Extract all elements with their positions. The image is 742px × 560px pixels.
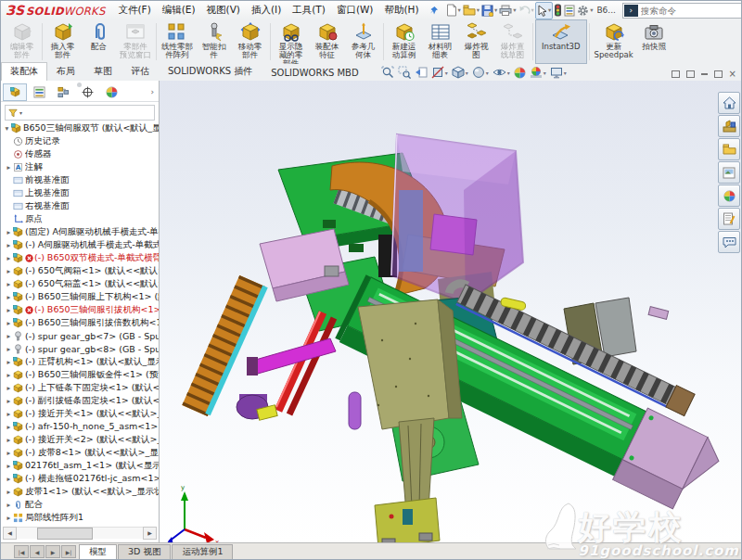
display-style-icon[interactable]: ▾ bbox=[472, 66, 489, 79]
bottom-tab-3d-views[interactable]: 3D 视图 bbox=[118, 544, 171, 559]
options-gear-icon[interactable]: ▾ bbox=[576, 3, 594, 19]
ribbon-linear-component-pattern-button[interactable]: 线性零部件阵列▾ bbox=[159, 19, 196, 64]
tree-item[interactable]: ▸(-) spur gear_gb<8> (GB - Spur gear bbox=[1, 342, 159, 355]
tab-scroll-button-0[interactable]: |◀ bbox=[14, 545, 29, 558]
ribbon-reference-geometry-button[interactable]: 参考几何体▾ bbox=[345, 19, 381, 64]
previous-view-icon[interactable] bbox=[415, 66, 428, 79]
options-gear-caret[interactable]: ▾ bbox=[590, 6, 593, 14]
doc-tile-icon[interactable] bbox=[686, 70, 695, 78]
file-properties-icon[interactable] bbox=[563, 3, 576, 19]
tree-item[interactable]: ▸(-) 横走拖链02176tl-jc_asm<1> (默认< bbox=[1, 472, 159, 485]
tree-expander-icon[interactable]: ▸ bbox=[5, 332, 13, 340]
select-icon[interactable]: ▾ bbox=[535, 2, 553, 19]
tree-item[interactable]: ▸配合 bbox=[1, 498, 159, 511]
menu-item-edit[interactable]: 编辑(E) bbox=[157, 3, 201, 18]
ribbon-update-speedpak-button[interactable]: 更新Speedpak bbox=[592, 19, 636, 64]
taskpane-tab-solidworks-forum[interactable] bbox=[718, 231, 740, 253]
tree-item[interactable]: ▸(-) B650双节横走式-单截式横臂机构 bbox=[1, 251, 159, 264]
tree-expander-icon[interactable]: ▸ bbox=[5, 293, 13, 301]
tab-scroll-button-3[interactable]: ▶| bbox=[61, 545, 76, 558]
menu-item-file[interactable]: 文件(F) bbox=[113, 3, 157, 18]
tree-expander-icon[interactable]: ▸ bbox=[5, 462, 13, 470]
hide-show-items-caret[interactable]: ▾ bbox=[507, 70, 510, 76]
view-settings-caret[interactable]: ▾ bbox=[564, 70, 567, 76]
tree-expander-icon[interactable]: ▸ bbox=[5, 371, 13, 379]
ribbon-insert-components-button[interactable]: 插入零部件▾ bbox=[45, 19, 81, 64]
new-document-icon[interactable]: ▾ bbox=[445, 3, 462, 19]
tab-scroll-button-1[interactable]: ◀ bbox=[30, 545, 45, 558]
tree-expander-icon[interactable]: ▸ bbox=[5, 254, 13, 262]
ribbon-instant3d-button[interactable]: Instant3D bbox=[535, 19, 587, 64]
panel-tab-configuration-manager[interactable] bbox=[51, 83, 75, 101]
tree-expander-icon[interactable]: ▸ bbox=[5, 501, 13, 509]
tree-item[interactable]: ▸(-) 接近开关<1> (默认<<默认>_显示状态 bbox=[1, 407, 159, 420]
tree-item[interactable]: 历史记录 bbox=[1, 134, 159, 147]
search-input[interactable] bbox=[639, 5, 741, 17]
tree-item[interactable]: 前视基准面 bbox=[1, 173, 159, 186]
tree-item[interactable]: ▸(固定) A伺服驱动机械手横走式-单截式65 bbox=[1, 225, 159, 238]
doc-close-button[interactable]: × bbox=[729, 70, 736, 78]
apply-scene-caret[interactable]: ▾ bbox=[544, 70, 546, 76]
tab-scroll-button-2[interactable]: ▶ bbox=[45, 545, 60, 558]
tree-filter-field[interactable]: ▾ bbox=[5, 105, 155, 121]
tree-expander-icon[interactable]: ▸ bbox=[5, 241, 13, 249]
new-document-caret[interactable]: ▾ bbox=[458, 6, 461, 14]
panel-tab-display-manager[interactable] bbox=[99, 83, 123, 101]
tree-expander-icon[interactable]: ▸ bbox=[5, 436, 13, 444]
section-view-icon[interactable]: ▾ bbox=[431, 66, 448, 79]
bottom-tab-model[interactable]: 模型 bbox=[79, 544, 117, 559]
zoom-to-area-icon[interactable] bbox=[398, 66, 411, 79]
tree-expander-icon[interactable]: ▸ bbox=[5, 345, 13, 353]
tree-item[interactable]: ▸(-) 正臂机构<1> (默认<默认_显示状态-1 bbox=[1, 355, 159, 368]
tree-item[interactable]: ▸(-) 皮带8<1> (默认<<默认>_显示状态 1 bbox=[1, 446, 159, 459]
tree-item[interactable]: 右视基准面 bbox=[1, 199, 159, 212]
open-document-icon[interactable]: ▾ bbox=[462, 3, 480, 19]
ribbon-smart-fasteners-button[interactable]: 智能扣件 bbox=[196, 19, 232, 64]
tree-item[interactable]: ▸(-) 接近开关<2> (默认<<默认>_显示状态 bbox=[1, 433, 159, 446]
doc-minimize-button[interactable] bbox=[701, 73, 708, 75]
tree-item[interactable]: ▸(-) B650三轴伺服钣金件<1> (预设<<预 bbox=[1, 368, 159, 381]
tree-expander-icon[interactable]: ▸ bbox=[5, 358, 13, 366]
tab-草图[interactable]: 草图 bbox=[84, 62, 122, 81]
tree-expander-icon[interactable]: ▸ bbox=[5, 410, 13, 418]
display-style-caret[interactable]: ▾ bbox=[486, 70, 489, 76]
ribbon-exploded-view-button[interactable]: 爆炸视图 bbox=[458, 19, 494, 64]
taskpane-tab-design-library[interactable] bbox=[718, 115, 740, 137]
panel-splitter-grip[interactable] bbox=[77, 83, 82, 87]
tree-item[interactable]: ▸(-) 副引拔链条固定块<1> (默认<<默认> bbox=[1, 394, 159, 407]
scrollbar-thumb[interactable] bbox=[37, 528, 93, 540]
save-document-icon[interactable]: ▾ bbox=[480, 3, 498, 19]
tree-expander-icon[interactable]: ▸ bbox=[5, 163, 13, 172]
tree-item[interactable]: ▸局部线性阵列1 bbox=[1, 511, 159, 523]
tree-expander-icon[interactable]: ▸ bbox=[5, 228, 13, 236]
tab-solidworks-mbd[interactable]: SOLIDWORKS MBD bbox=[262, 65, 367, 81]
view-settings-icon[interactable]: ▾ bbox=[550, 67, 567, 79]
select-caret[interactable]: ▾ bbox=[548, 6, 551, 14]
ribbon-mate-button[interactable]: 配合 bbox=[81, 19, 117, 64]
tree-item[interactable]: ▸02176tl_asm_1<1> (默认<显示状态-1>) bbox=[1, 459, 159, 472]
tree-expander-icon[interactable]: ▸ bbox=[5, 397, 13, 405]
view-orientation-icon[interactable]: ▾ bbox=[452, 66, 468, 79]
save-document-caret[interactable]: ▾ bbox=[494, 6, 497, 14]
section-view-caret[interactable]: ▾ bbox=[445, 70, 448, 76]
menu-item-view[interactable]: 视图(V) bbox=[201, 3, 246, 18]
open-document-caret[interactable]: ▾ bbox=[477, 6, 480, 14]
print-document-icon[interactable]: ▾ bbox=[498, 3, 517, 19]
tree-expander-icon[interactable]: ▸ bbox=[5, 306, 13, 314]
tree-item[interactable]: ▸(-) spur gear_gb<7> (GB - Spur gear bbox=[1, 329, 159, 342]
tree-item[interactable]: ▸(-) B650三轴伺服上下机构<1> (默认<默 bbox=[1, 290, 159, 303]
tree-item[interactable]: ▸(-) 上下链条下固定块<1> (默认<<默认> bbox=[1, 381, 159, 394]
scroll-right-button[interactable]: ▶ bbox=[143, 527, 157, 540]
ribbon-new-motion-study-button[interactable]: 新建运动算例 bbox=[386, 19, 422, 64]
tree-item[interactable]: ▸A注解 bbox=[1, 160, 159, 173]
tree-expander-icon[interactable]: ▸ bbox=[5, 475, 13, 483]
tree-expander-icon[interactable]: ▸ bbox=[5, 488, 13, 496]
tree-item[interactable]: ▸(-) A伺服驱动机械手横走式-单截式650马 bbox=[1, 238, 159, 251]
menu-item-tools[interactable]: 工具(T) bbox=[287, 3, 331, 18]
taskpane-tab-view-palette[interactable] bbox=[718, 161, 740, 184]
tree-item[interactable]: ▸皮带1<1> (默认<<默认>_显示状态 1>) bbox=[1, 485, 159, 498]
assembly-model[interactable]: y x z bbox=[160, 81, 741, 543]
tree-expander-icon[interactable]: ▸ bbox=[5, 319, 13, 327]
doc-cascade-icon[interactable] bbox=[672, 70, 680, 78]
ribbon-bill-of-materials-button[interactable]: 材料明细表 bbox=[422, 19, 458, 64]
